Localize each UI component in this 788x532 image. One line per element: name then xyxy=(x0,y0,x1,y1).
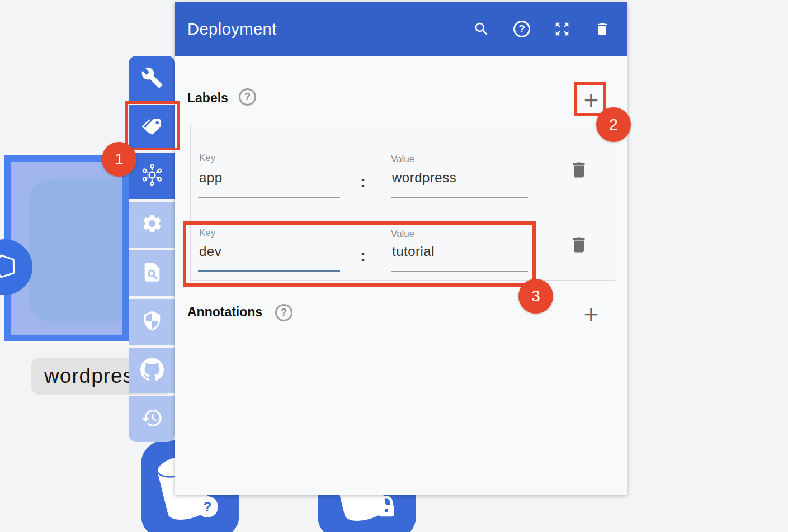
key-input[interactable]: app xyxy=(199,170,223,186)
pentagon-icon xyxy=(0,251,20,283)
sidebar-item-security[interactable] xyxy=(129,299,175,345)
panel-header-tools: ? xyxy=(473,2,611,56)
annotations-help-icon[interactable]: ? xyxy=(275,304,292,321)
step-badge-3: 3 xyxy=(518,279,553,314)
labels-section-title: Labels xyxy=(187,91,228,106)
deployment-node-body xyxy=(29,179,129,321)
app-canvas: wordpress ? xyxy=(0,0,788,532)
delete-row-button[interactable] xyxy=(569,160,589,180)
gear-icon xyxy=(141,212,163,237)
sidebar-item-github[interactable] xyxy=(129,348,175,393)
history-icon xyxy=(141,407,163,431)
github-icon xyxy=(140,358,164,383)
hub-icon xyxy=(140,163,164,189)
delete-icon[interactable] xyxy=(593,20,611,38)
sidebar-item-history[interactable] xyxy=(129,396,175,442)
value-input[interactable]: wordpress xyxy=(392,170,456,186)
document-search-icon xyxy=(141,261,163,286)
add-annotation-button[interactable]: + xyxy=(579,302,603,326)
highlight-rect-label-row xyxy=(183,221,536,287)
fullscreen-icon[interactable] xyxy=(553,20,571,38)
highlight-rect-add-label xyxy=(574,82,606,116)
row-divider xyxy=(191,220,615,220)
highlight-rect-labels-tab xyxy=(125,101,180,150)
delete-row-button[interactable] xyxy=(569,235,589,255)
step-badge-2: 2 xyxy=(596,107,631,142)
lock-icon xyxy=(374,494,399,520)
step-badge-1: 1 xyxy=(102,142,136,177)
key-field-label: Key xyxy=(199,153,215,164)
shield-icon xyxy=(141,310,163,334)
labels-help-icon[interactable]: ? xyxy=(239,88,256,106)
value-underline xyxy=(391,197,528,198)
wrench-icon xyxy=(141,66,163,91)
help-glyph: ? xyxy=(513,21,530,37)
value-field-label: Value xyxy=(391,154,414,165)
key-value-separator: : xyxy=(360,172,366,191)
sidebar-item-settings[interactable] xyxy=(129,202,175,248)
key-underline xyxy=(198,197,340,198)
question-badge-icon: ? xyxy=(197,496,218,517)
sidebar-item-inspect[interactable] xyxy=(129,250,175,296)
panel-header: Deployment ? xyxy=(175,2,627,56)
search-icon[interactable] xyxy=(473,20,490,38)
panel-title: Deployment xyxy=(187,2,277,56)
annotations-section-title: Annotations xyxy=(187,305,262,320)
help-icon[interactable]: ? xyxy=(513,20,531,38)
sidebar-item-tools[interactable] xyxy=(129,56,175,102)
